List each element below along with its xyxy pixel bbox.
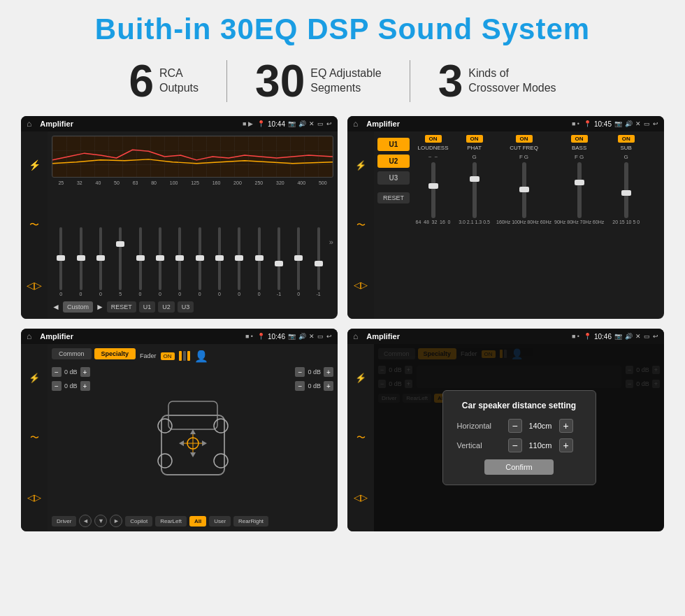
stat-rca-label: RCA Outputs bbox=[159, 66, 199, 96]
home-icon-3[interactable]: ⌂ bbox=[27, 331, 31, 341]
user-btn[interactable]: User bbox=[209, 516, 231, 527]
slider-thumb-12[interactable] bbox=[294, 255, 303, 261]
slider-thumb-5[interactable] bbox=[156, 255, 164, 261]
rearleft-btn[interactable]: RearLeft bbox=[155, 516, 187, 527]
arrow-right-btn[interactable]: ► bbox=[110, 515, 122, 527]
loudness-on[interactable]: ON bbox=[425, 135, 442, 143]
dist-filter-icon[interactable]: ⚡ bbox=[355, 373, 366, 383]
eq-volume-icon[interactable]: ◁▷ bbox=[27, 280, 42, 291]
u3-btn-1[interactable]: U3 bbox=[178, 301, 194, 313]
db-control-br: − 0 dB + bbox=[295, 381, 333, 391]
phat-slider[interactable] bbox=[473, 162, 477, 218]
db-minus-tr[interactable]: − bbox=[295, 367, 305, 377]
db-plus-tl[interactable]: + bbox=[80, 367, 90, 377]
vertical-value: 110cm bbox=[525, 441, 556, 450]
status-bar-2: ⌂ Amplifier ■ • 📍 10:45 📷 🔊 ✕ ▭ ↩ bbox=[347, 116, 664, 131]
slider-thumb-8[interactable] bbox=[215, 255, 224, 261]
vertical-minus-btn[interactable]: − bbox=[508, 438, 522, 452]
tab-specialty[interactable]: Specialty bbox=[94, 348, 136, 359]
dialog-overlay: Car speaker distance setting Horizontal … bbox=[374, 344, 664, 531]
home-icon-4[interactable]: ⌂ bbox=[353, 331, 358, 341]
slider-thumb-3[interactable] bbox=[116, 241, 124, 247]
db-minus-tl[interactable]: − bbox=[52, 367, 62, 377]
spk-volume-icon[interactable]: ◁▷ bbox=[27, 492, 41, 503]
back-icon-4[interactable]: ↩ bbox=[653, 333, 658, 340]
amp-wave-icon[interactable]: 〜 bbox=[356, 219, 366, 231]
dist-wave-icon[interactable]: 〜 bbox=[356, 431, 366, 444]
slider-thumb-2[interactable] bbox=[96, 255, 105, 261]
db-minus-bl[interactable]: − bbox=[52, 381, 62, 391]
slider-thumb-7[interactable] bbox=[196, 255, 204, 261]
eq-slider-5: 0 bbox=[151, 227, 169, 296]
spk-wave-icon[interactable]: 〜 bbox=[30, 431, 39, 444]
slider-thumb-1[interactable] bbox=[77, 255, 85, 261]
amp-reset-btn[interactable]: RESET bbox=[377, 192, 410, 203]
arrow-left-btn[interactable]: ◄ bbox=[79, 515, 92, 527]
slider-thumb-13[interactable] bbox=[315, 261, 323, 266]
svg-point-2 bbox=[158, 419, 172, 433]
loudness-slider[interactable] bbox=[431, 162, 435, 218]
cutfreq-slider[interactable] bbox=[522, 162, 526, 218]
u3-preset-btn[interactable]: U3 bbox=[377, 171, 410, 185]
arrow-down-btn[interactable]: ▼ bbox=[94, 515, 107, 527]
db-minus-br[interactable]: − bbox=[295, 381, 305, 391]
home-icon-2[interactable]: ⌂ bbox=[353, 119, 358, 129]
slider-thumb-6[interactable] bbox=[175, 255, 184, 261]
user-icon[interactable]: 👤 bbox=[194, 350, 208, 363]
app-title-3: Amplifier bbox=[40, 332, 241, 341]
back-icon-2[interactable]: ↩ bbox=[653, 120, 658, 127]
rearright-btn[interactable]: RearRight bbox=[233, 516, 268, 527]
fader-on-badge[interactable]: ON bbox=[161, 352, 175, 360]
cutfreq-on[interactable]: ON bbox=[516, 135, 533, 143]
eq-filter-icon[interactable]: ⚡ bbox=[29, 159, 41, 171]
u2-preset-btn[interactable]: U2 bbox=[377, 155, 410, 168]
db-plus-br[interactable]: + bbox=[324, 381, 333, 391]
vertical-plus-btn[interactable]: + bbox=[559, 438, 573, 452]
confirm-button[interactable]: Confirm bbox=[484, 459, 554, 475]
eq-sliders-area: 25 32 40 50 63 80 100 125 160 200 250 32… bbox=[52, 180, 333, 296]
driver-btn[interactable]: Driver bbox=[52, 516, 76, 527]
u1-preset-btn[interactable]: U1 bbox=[377, 138, 410, 151]
all-btn[interactable]: All bbox=[189, 516, 206, 527]
slider-thumb-9[interactable] bbox=[235, 255, 243, 261]
db-plus-bl[interactable]: + bbox=[80, 381, 90, 391]
preset-custom-btn[interactable]: Custom bbox=[63, 301, 93, 313]
reset-btn-1[interactable]: RESET bbox=[107, 301, 136, 313]
amp-volume-icon[interactable]: ◁▷ bbox=[354, 280, 368, 290]
eq-wave-icon[interactable]: 〜 bbox=[29, 219, 39, 231]
eq-graph bbox=[52, 136, 333, 178]
slider-thumb-11[interactable] bbox=[275, 261, 283, 266]
amp-filter-icon[interactable]: ⚡ bbox=[355, 160, 366, 171]
cutfreq-group: ON CUT FREQ FG 160Hz 100Hz 80Hz 60Hz bbox=[496, 135, 551, 315]
back-icon-1[interactable]: ↩ bbox=[326, 120, 332, 127]
back-icon-3[interactable]: ↩ bbox=[326, 333, 332, 340]
slider-thumb-0[interactable] bbox=[57, 255, 65, 261]
spk-filter-icon[interactable]: ⚡ bbox=[29, 373, 40, 383]
horizontal-minus-btn[interactable]: − bbox=[508, 419, 522, 433]
phat-on[interactable]: ON bbox=[466, 135, 483, 143]
camera-icon-3: 📷 bbox=[288, 333, 296, 340]
horizontal-plus-btn[interactable]: + bbox=[559, 419, 573, 433]
dist-volume-icon[interactable]: ◁▷ bbox=[354, 492, 368, 503]
u2-btn-1[interactable]: U2 bbox=[158, 301, 175, 313]
svg-point-5 bbox=[214, 454, 228, 468]
home-icon-1[interactable]: ⌂ bbox=[27, 119, 31, 129]
tab-common[interactable]: Common bbox=[52, 348, 92, 359]
sub-slider[interactable] bbox=[624, 162, 628, 218]
play-next-btn[interactable]: ► bbox=[96, 302, 104, 312]
stat-crossover-number: 3 bbox=[438, 59, 463, 103]
sub-on[interactable]: ON bbox=[618, 135, 635, 143]
copilot-btn[interactable]: Copilot bbox=[125, 516, 152, 527]
bass-on[interactable]: ON bbox=[571, 135, 588, 143]
eq-slider-9: 0 bbox=[230, 227, 248, 296]
volume-icon-2: 🔊 bbox=[625, 120, 633, 127]
eq-content: ⚡ 〜 ◁▷ 25 32 bbox=[21, 131, 338, 319]
svg-marker-9 bbox=[190, 429, 196, 434]
play-prev-btn[interactable]: ◄ bbox=[52, 302, 60, 312]
more-icon[interactable]: » bbox=[329, 238, 333, 246]
slider-thumb-4[interactable] bbox=[136, 255, 145, 261]
slider-thumb-10[interactable] bbox=[255, 255, 264, 261]
u1-btn-1[interactable]: U1 bbox=[139, 301, 156, 313]
db-plus-tr[interactable]: + bbox=[324, 367, 333, 377]
bass-slider[interactable] bbox=[577, 162, 582, 218]
